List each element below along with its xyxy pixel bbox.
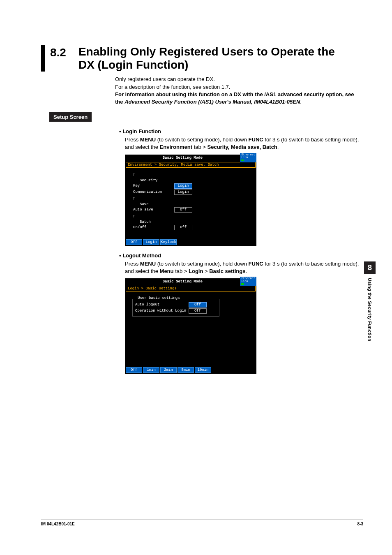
title-line2: DX (Login Function) — [78, 58, 189, 71]
t: . — [245, 268, 247, 274]
ds1-breadcrumb: Environment > Security, Media save, Batc… — [126, 162, 256, 168]
eth2: Link — [241, 156, 248, 159]
row-onoff-value[interactable]: Off — [174, 225, 192, 230]
eth2: Link — [241, 280, 248, 283]
env-strong: Environment — [160, 144, 192, 150]
ds2-breadcrumb: Login > Basic settings — [126, 286, 256, 291]
device-screen-1: Basic Setting Mode Ethernet Link Environ… — [125, 155, 256, 246]
basic-strong: Basic settings — [209, 268, 245, 274]
t: (to switch to setting mode), hold down — [156, 136, 248, 143]
login-function-subsection: Login Function Press MENU (to switch to … — [119, 128, 363, 374]
section-number: 8.2 — [50, 45, 66, 72]
softkey-login[interactable]: Login — [143, 239, 159, 245]
row-auto-logout: Auto logout Off — [135, 302, 217, 308]
footer-right: 8-3 — [357, 522, 363, 526]
row-opwo-label: Operation without Login — [135, 309, 189, 313]
row-key-value[interactable]: Login — [174, 183, 192, 189]
row-autologout-value[interactable]: Off — [189, 302, 207, 308]
header-bar — [41, 45, 45, 72]
t: > — [203, 268, 209, 274]
menu2-strong: Menu — [160, 268, 174, 274]
softkey-5min[interactable]: 5min — [178, 367, 194, 373]
side-tab-number: 8 — [364, 261, 376, 274]
softkey-keylock[interactable]: Keylock — [160, 239, 177, 245]
intro-line2: For a description of the function, see s… — [115, 83, 363, 91]
t: . — [277, 144, 279, 150]
login-function-body: Press MENU (to switch to setting mode), … — [125, 136, 363, 151]
group-security: Security — [140, 178, 252, 183]
intro-line3: For information about using this functio… — [115, 91, 363, 106]
side-tab: 8 Using the Security Function — [364, 261, 376, 341]
row-op-without-login: Operation without Login Off — [135, 308, 217, 314]
frame-corner: ┌ — [129, 213, 252, 217]
user-basic-settings-label: User basic settings — [136, 296, 182, 300]
row-opwo-value[interactable]: Off — [189, 308, 207, 314]
row-key: Key Login — [129, 183, 252, 189]
softkey-off[interactable]: Off — [126, 239, 142, 245]
t: tab > — [192, 144, 208, 150]
footer-left: IM 04L42B01-01E — [41, 522, 75, 526]
row-autosave: Auto save Off — [129, 207, 252, 213]
ds1-body: ┌ Security Key Login Communication Login… — [125, 169, 256, 238]
t: Press — [125, 261, 140, 267]
ds2-body: User basic settings Auto logout Off Oper… — [125, 292, 256, 366]
logout-method-body: Press MENU (to switch to setting mode), … — [125, 260, 363, 275]
row-autosave-value[interactable]: Off — [174, 207, 192, 213]
row-key-label: Key — [133, 184, 174, 188]
softkey-2min[interactable]: 2min — [160, 367, 177, 373]
row-communication: Communication Login — [129, 190, 252, 195]
ds1-titlebar: Basic Setting Mode Ethernet Link — [125, 155, 256, 161]
intro-text: Only registered users can operate the DX… — [115, 76, 363, 106]
device-screen-2: Basic Setting Mode Ethernet Link Login >… — [125, 278, 256, 374]
user-basic-settings-frame: User basic settings Auto logout Off Oper… — [132, 299, 219, 317]
group-batch: Batch — [140, 220, 252, 224]
row-autosave-label: Auto save — [133, 208, 174, 212]
ds1-title: Basic Setting Mode — [125, 156, 240, 160]
setup-screen-label: Setup Screen — [49, 112, 92, 122]
ds2-title: Basic Setting Mode — [125, 280, 240, 284]
row-comm-label: Communication — [133, 190, 174, 194]
row-onoff-label: On/Off — [133, 225, 174, 229]
menu-strong: MENU — [140, 261, 156, 267]
section-title: Enabling Only Registered Users to Operat… — [78, 45, 335, 72]
softkey-10min[interactable]: 10min — [195, 367, 211, 373]
row-onoff: On/Off Off — [129, 225, 252, 230]
ds2-ethernet-indicator: Ethernet Link — [240, 277, 256, 286]
row-comm-value[interactable]: Login — [174, 190, 192, 195]
group-save: Save — [140, 202, 252, 206]
menu-strong: MENU — [140, 136, 156, 143]
section-header: 8.2 Enabling Only Registered Users to Op… — [41, 45, 363, 72]
t: (to switch to setting mode), hold down — [156, 261, 248, 267]
side-tab-text: Using the Security Function — [367, 278, 372, 341]
title-line1: Enabling Only Registered Users to Operat… — [78, 45, 335, 58]
login-function-title: Login Function — [119, 128, 363, 134]
ds2-softkeys: Off 1min 2min 5min 10min — [125, 366, 256, 374]
ds1-softkeys: Off Login Keylock — [125, 238, 256, 246]
page-footer: IM 04L42B01-01E 8-3 — [41, 520, 363, 526]
frame-corner: ┌ — [129, 172, 252, 176]
intro-italic: Advanced Security Function (/AS1) User's… — [125, 99, 300, 105]
ds2-titlebar: Basic Setting Mode Ethernet Link — [125, 278, 256, 285]
logout-method-title: Logout Method — [119, 252, 363, 259]
link-led-icon — [241, 283, 244, 285]
func-strong: FUNC — [249, 261, 263, 267]
t: tab > — [174, 268, 189, 274]
intro-line1: Only registered users can operate the DX… — [115, 76, 363, 83]
link-led-icon — [241, 160, 244, 161]
ds1-ethernet-indicator: Ethernet Link — [240, 153, 256, 162]
t: Press — [125, 136, 140, 143]
softkey-off[interactable]: Off — [126, 367, 142, 373]
login-strong: Login — [189, 268, 203, 274]
softkey-1min[interactable]: 1min — [143, 367, 159, 373]
frame-corner: ┌ — [129, 196, 252, 200]
sec-strong: Security, Media save, Batch — [208, 144, 277, 150]
intro-end: . — [300, 99, 302, 105]
row-autologout-label: Auto logout — [135, 303, 189, 307]
func-strong: FUNC — [249, 136, 263, 143]
